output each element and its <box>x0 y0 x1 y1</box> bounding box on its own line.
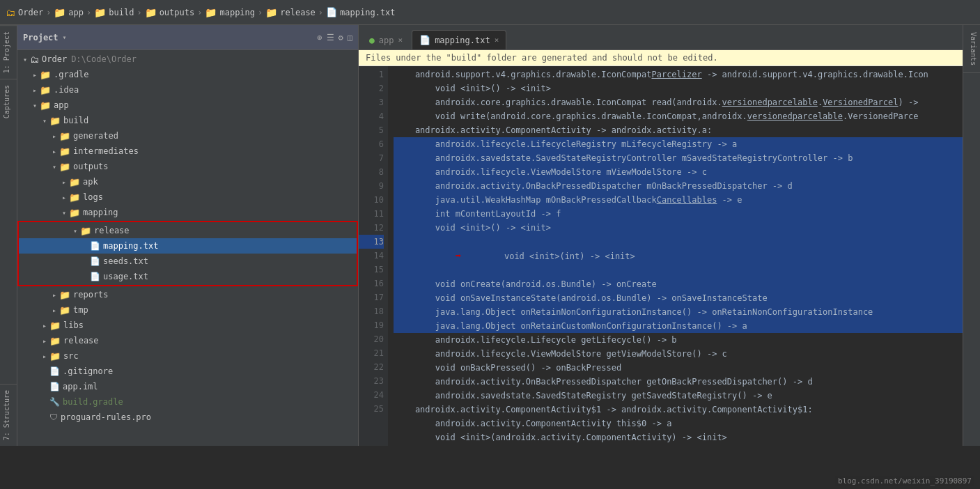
code-line-25: void <init>(androidx.activity.ComponentA… <box>394 430 963 444</box>
panel-variants[interactable]: Variants <box>963 25 980 73</box>
folder-icon: 📁 <box>69 192 80 203</box>
tab-mapping[interactable]: 📄 mapping.txt × <box>412 30 506 49</box>
tree-item-build[interactable]: ▾ 📁 build <box>17 113 358 128</box>
code-line-11: int mContentLayoutId -> f <box>394 207 963 221</box>
tree-item-release[interactable]: ▾ 📁 release <box>19 223 357 238</box>
tree-item-proguard[interactable]: 🛡 proguard-rules.pro <box>17 410 358 425</box>
tree-label: usage.txt <box>103 272 148 281</box>
folder-icon: 📁 <box>54 7 65 18</box>
panel-action-gear[interactable]: ⚙ <box>339 33 343 42</box>
folder-icon: 📁 <box>59 146 70 157</box>
tree-label: logs <box>83 192 103 202</box>
folder-icon: 📁 <box>94 7 106 18</box>
tree-label: proguard-rules.pro <box>61 412 151 422</box>
content-area: ● app × 📄 mapping.txt × Files under the … <box>359 25 963 446</box>
right-tool-panels: Variants <box>963 25 980 446</box>
tab-app[interactable]: ● app × <box>361 30 410 49</box>
code-line-6: androidx.lifecycle.LifecycleRegistry mLi… <box>394 137 963 151</box>
tree-label: build <box>63 116 88 125</box>
tree-item-usage-txt[interactable]: 📄 usage.txt <box>19 269 357 284</box>
tree-item-idea[interactable]: ▸ 📁 .idea <box>17 82 358 98</box>
code-line-2: void <init>() -> <init> <box>394 82 963 95</box>
tree-item-app-iml[interactable]: 📄 app.iml <box>17 379 358 394</box>
file-icon: 📄 <box>49 366 60 376</box>
panel-structure[interactable]: 7: Structure <box>0 384 17 446</box>
code-line-8: androidx.lifecycle.ViewModelStore mViewM… <box>394 165 963 179</box>
tree-arrow: ▾ <box>20 56 30 63</box>
tree-arrow: ▸ <box>40 352 49 360</box>
code-line-22: androidx.savedstate.SavedStateRegistry g… <box>394 389 963 403</box>
tree-item-seeds-txt[interactable]: 📄 seeds.txt <box>19 254 357 269</box>
code-line-17: java.lang.Object onRetainCustomNonConfig… <box>394 319 963 333</box>
panel-captures[interactable]: Captures <box>0 79 17 124</box>
panel-project[interactable]: 1: Project <box>0 25 17 79</box>
tab-mapping-close[interactable]: × <box>495 36 499 45</box>
folder-icon: 📁 <box>69 208 80 218</box>
tree-item-src[interactable]: ▸ 📁 src <box>17 348 358 364</box>
code-line-7: androidx.savedstate.SavedStateRegistryCo… <box>394 151 963 165</box>
tree-item-mapping-txt[interactable]: 📄 mapping.txt <box>19 238 357 254</box>
folder-icon: 📁 <box>69 177 80 187</box>
breadcrumb-release[interactable]: 📁 release <box>265 7 316 18</box>
tree-arrow: ▸ <box>30 71 40 79</box>
code-editor[interactable]: android.support.v4.graphics.drawable.Ico… <box>388 66 963 446</box>
tree-item-intermediates[interactable]: ▸ 📁 intermediates <box>17 143 358 159</box>
tree-label: mapping.txt <box>103 241 158 251</box>
tree-label: app.iml <box>63 382 98 391</box>
tab-app-close[interactable]: × <box>398 36 403 45</box>
panel-action-sync[interactable]: ⊕ <box>317 33 322 42</box>
tree-label: .gitignore <box>63 366 113 376</box>
code-line-19: androidx.lifecycle.ViewModelStore getVie… <box>394 347 963 361</box>
tree-item-app[interactable]: ▾ 📁 app <box>17 98 358 113</box>
tree-item-gradle[interactable]: ▸ 📁 .gradle <box>17 67 358 82</box>
file-tree: ▾ 🗂 Order D:\Code\Order ▸ 📁 .gradle ▸ 📁 <box>17 50 358 446</box>
tree-item-outputs[interactable]: ▾ 📁 outputs <box>17 159 358 174</box>
file-icon: 📄 <box>90 256 100 266</box>
tab-bar: ● app × 📄 mapping.txt × <box>359 25 963 50</box>
breadcrumb-app[interactable]: 📁 app <box>54 7 84 18</box>
folder-icon: 📁 <box>49 320 61 331</box>
tree-item-mapping[interactable]: ▾ 📁 mapping <box>17 205 358 220</box>
tree-arrow: ▸ <box>59 178 69 186</box>
tree-item-generated[interactable]: ▸ 📁 generated <box>17 128 358 143</box>
tree-arrow: ▾ <box>70 227 80 235</box>
tree-item-tmp[interactable]: ▸ 📁 tmp <box>17 302 358 318</box>
code-line-12: void <init>() -> <init> <box>394 221 963 235</box>
breadcrumb-build[interactable]: 📁 build <box>94 7 134 18</box>
code-line-21: androidx.activity.OnBackPressedDispatche… <box>394 375 963 389</box>
code-line-9: androidx.activity.OnBackPressedDispatche… <box>394 179 963 193</box>
folder-icon: 📁 <box>59 162 70 172</box>
tree-label: app <box>54 100 69 110</box>
tree-label: build.gradle <box>63 397 123 407</box>
file-icon: 📄 <box>90 272 100 281</box>
watermark: blog.csdn.net/weixin_39190897 <box>835 476 974 486</box>
folder-icon: 📁 <box>59 305 70 316</box>
code-line-3: androidx.core.graphics.drawable.IconComp… <box>394 95 963 109</box>
panel-action-settings[interactable]: ☰ <box>327 33 334 42</box>
breadcrumb-mapping[interactable]: 📁 mapping <box>205 7 255 18</box>
tree-arrow: ▸ <box>40 337 49 345</box>
tree-item-apk[interactable]: ▸ 📁 apk <box>17 174 358 189</box>
tree-item-libs[interactable]: ▸ 📁 libs <box>17 318 358 333</box>
code-line-16: java.lang.Object onRetainNonConfiguratio… <box>394 305 963 319</box>
tree-item-app-release[interactable]: ▸ 📁 release <box>17 333 358 348</box>
panel-action-collapse[interactable]: ◫ <box>348 33 352 42</box>
order-icon: 🗂 <box>30 54 39 65</box>
tree-item-order[interactable]: ▾ 🗂 Order D:\Code\Order <box>17 52 358 67</box>
panel-dropdown-arrow[interactable]: ▾ <box>63 33 67 41</box>
tree-label: .idea <box>54 85 79 95</box>
code-line-1: android.support.v4.graphics.drawable.Ico… <box>394 68 963 82</box>
breadcrumb-bar: 🗂 Order › 📁 app › 📁 build › 📁 outputs › … <box>0 0 980 25</box>
warning-bar: Files under the "build" folder are gener… <box>359 50 963 66</box>
breadcrumb-project[interactable]: 🗂 Order <box>6 7 43 18</box>
code-line-18: androidx.lifecycle.Lifecycle getLifecycl… <box>394 333 963 347</box>
tree-item-reports[interactable]: ▸ 📁 reports <box>17 287 358 302</box>
gradle-icon: 🔧 <box>49 397 60 407</box>
project-icon: 🗂 <box>6 7 15 18</box>
tree-item-gitignore[interactable]: 📄 .gitignore <box>17 364 358 379</box>
tree-item-logs[interactable]: ▸ 📁 logs <box>17 189 358 205</box>
tree-item-build-gradle[interactable]: 🔧 build.gradle <box>17 394 358 410</box>
breadcrumb-outputs[interactable]: 📁 outputs <box>145 7 195 18</box>
breadcrumb-file[interactable]: 📄 mapping.txt <box>326 7 395 17</box>
tree-label: outputs <box>73 162 109 171</box>
